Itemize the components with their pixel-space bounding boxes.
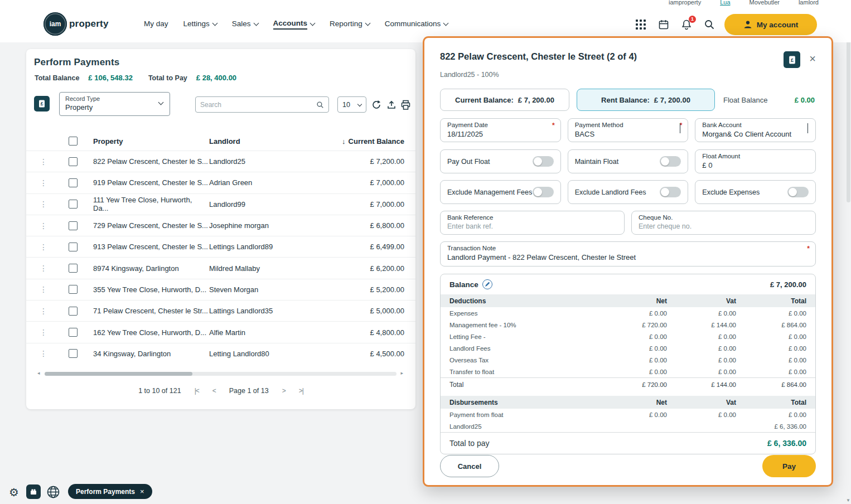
row-checkbox[interactable] xyxy=(69,328,78,337)
kebab-menu-icon[interactable]: ⋮ xyxy=(34,157,53,166)
close-icon[interactable]: × xyxy=(140,487,144,496)
kebab-menu-icon[interactable]: ⋮ xyxy=(34,285,53,294)
deduction-vat: £ 144.00 xyxy=(667,322,736,328)
kebab-menu-icon[interactable]: ⋮ xyxy=(34,200,53,209)
row-checkbox[interactable] xyxy=(69,264,78,273)
exclude-expenses-toggle[interactable] xyxy=(787,187,809,197)
pay-out-float-toggle[interactable] xyxy=(533,156,554,167)
kebab-menu-icon[interactable]: ⋮ xyxy=(34,178,53,187)
taskbar-tab-perform-payments[interactable]: Perform Payments × xyxy=(68,484,152,499)
invoice-icon[interactable]: £ xyxy=(784,51,800,68)
kebab-menu-icon[interactable]: ⋮ xyxy=(34,307,53,316)
kebab-menu-icon[interactable]: ⋮ xyxy=(34,221,53,230)
payment-method-select[interactable]: * Payment Method BACS xyxy=(568,118,689,142)
close-icon[interactable]: × xyxy=(809,51,816,66)
scroll-left-icon[interactable]: ◂ xyxy=(37,370,40,376)
next-page-button[interactable]: > xyxy=(282,387,286,395)
vertical-scrollbar[interactable]: ▼ xyxy=(846,6,851,504)
nav-item-reporting[interactable]: Reporting xyxy=(330,20,370,29)
bank-account-select[interactable]: Bank Account Morgan& Co Client Account xyxy=(695,118,816,142)
table-row[interactable]: ⋮ 111 Yew Tree Close, Hurworth, Da... La… xyxy=(26,193,415,215)
search-input[interactable] xyxy=(200,101,316,109)
select-all-checkbox[interactable] xyxy=(69,137,78,146)
scroll-right-icon[interactable]: ▸ xyxy=(400,370,403,376)
bank-reference-field[interactable]: Bank Reference xyxy=(440,211,625,235)
cancel-button[interactable]: Cancel xyxy=(440,455,499,477)
kebab-menu-icon[interactable]: ⋮ xyxy=(34,328,53,337)
payment-date-label: Payment Date xyxy=(447,122,554,128)
table-row[interactable]: ⋮ 822 Pelaw Crescent, Chester le S... La… xyxy=(26,151,415,172)
float-amount-field[interactable]: Float Amount £ 0 xyxy=(695,149,816,173)
table-row[interactable]: ⋮ 919 Pelaw Crescent, Chester le S... Ad… xyxy=(26,172,415,193)
table-search[interactable] xyxy=(195,96,329,113)
last-page-button[interactable]: >| xyxy=(299,387,303,395)
row-checkbox[interactable] xyxy=(69,307,78,316)
table-row[interactable]: ⋮ 8974 Kingsway, Darlington Mildred Mall… xyxy=(26,257,415,278)
globe-icon[interactable] xyxy=(46,485,60,499)
cheque-no-field[interactable]: Cheque No. xyxy=(631,211,816,235)
table-row[interactable]: ⋮ 71 Pelaw Crescent, Chester le Str... L… xyxy=(26,300,415,321)
prev-page-button[interactable]: < xyxy=(212,387,216,395)
row-checkbox[interactable] xyxy=(69,285,78,294)
cheque-no-input[interactable] xyxy=(639,222,809,230)
top-strip-item[interactable]: iamproperty xyxy=(669,0,701,6)
transaction-note-field[interactable]: * Transaction Note Landlord Payment - 82… xyxy=(440,241,816,266)
rent-balance-chip[interactable]: Rent Balance: £ 7, 200.00 xyxy=(577,89,715,111)
edit-icon[interactable] xyxy=(482,279,492,289)
record-type-select[interactable]: Record Type Property xyxy=(59,92,170,116)
nav-item-lettings[interactable]: Lettings xyxy=(183,20,217,29)
maintain-float-toggle[interactable] xyxy=(660,156,681,167)
top-strip-item[interactable]: Movebutler xyxy=(750,0,780,6)
exclude-landlord-fees-toggle[interactable] xyxy=(660,187,681,197)
table-row[interactable]: ⋮ 162 Yew Tree Close, Hurworth, D... Alf… xyxy=(26,321,415,342)
nav-item-communications[interactable]: Communications xyxy=(385,20,448,29)
print-icon[interactable] xyxy=(400,99,411,110)
table-row[interactable]: ⋮ 34 Kingsway, Darlington Letting Landlo… xyxy=(26,343,415,364)
kebab-menu-icon[interactable]: ⋮ xyxy=(34,349,53,358)
apps-grid-icon[interactable] xyxy=(635,18,647,31)
nav-item-accounts[interactable]: Accounts xyxy=(273,19,315,30)
table-row[interactable]: ⋮ 355 Yew Tree Close, Hurworth, D... Ste… xyxy=(26,279,415,300)
scrollbar-thumb[interactable] xyxy=(847,35,850,202)
top-strip-item[interactable]: lamlord xyxy=(799,0,819,6)
exclude-management-fees-toggle[interactable] xyxy=(533,187,554,197)
apps-dock-icon[interactable] xyxy=(26,484,41,499)
property-column-header[interactable]: Property xyxy=(93,137,209,146)
bell-icon[interactable]: 1 xyxy=(680,18,693,31)
scroll-down-icon[interactable]: ▼ xyxy=(846,498,850,503)
my-account-button[interactable]: My account xyxy=(724,14,817,35)
my-account-label: My account xyxy=(757,21,798,29)
export-icon[interactable] xyxy=(386,99,397,110)
row-checkbox[interactable] xyxy=(69,243,78,251)
scrollbar-thumb[interactable] xyxy=(45,372,192,376)
nav-item-my-day[interactable]: My day xyxy=(144,20,168,29)
scrollbar-track[interactable] xyxy=(45,372,397,376)
horizontal-scrollbar[interactable]: ◂ ▸ xyxy=(26,371,415,377)
refresh-icon[interactable] xyxy=(371,99,382,110)
brand-logo[interactable]: iam property xyxy=(43,12,109,36)
gear-icon[interactable]: ⚙ xyxy=(9,486,19,499)
table-row[interactable]: ⋮ 729 Pelaw Crescent, Chester le S... Jo… xyxy=(26,215,415,236)
row-checkbox[interactable] xyxy=(69,178,78,187)
balance-column-header[interactable]: ↓Current Balance xyxy=(332,137,404,146)
nav-label: Accounts xyxy=(273,19,308,30)
kebab-menu-icon[interactable]: ⋮ xyxy=(34,264,53,273)
payment-date-field[interactable]: * Payment Date 18/11/2025 xyxy=(440,118,561,142)
row-checkbox[interactable] xyxy=(69,200,78,209)
landlord-column-header[interactable]: Landlord xyxy=(209,137,332,146)
row-checkbox[interactable] xyxy=(69,157,78,166)
search-icon[interactable] xyxy=(703,18,715,31)
row-checkbox[interactable] xyxy=(69,221,78,230)
row-checkbox[interactable] xyxy=(69,349,78,358)
table-row[interactable]: ⋮ 913 Pelaw Crescent, Chester le S... Le… xyxy=(26,236,415,257)
nav-item-sales[interactable]: Sales xyxy=(232,20,258,29)
top-strip-item[interactable]: Lua xyxy=(720,0,730,6)
current-balance-value: £ 7, 200.00 xyxy=(518,96,554,104)
kebab-menu-icon[interactable]: ⋮ xyxy=(34,243,53,251)
first-page-button[interactable]: |< xyxy=(195,387,199,395)
pay-button[interactable]: Pay xyxy=(762,455,816,477)
landlord-cell: Mildred Mallaby xyxy=(209,264,332,273)
page-size-select[interactable]: 10 xyxy=(337,96,366,113)
bank-reference-input[interactable] xyxy=(447,222,617,230)
calendar-icon[interactable] xyxy=(657,18,670,31)
